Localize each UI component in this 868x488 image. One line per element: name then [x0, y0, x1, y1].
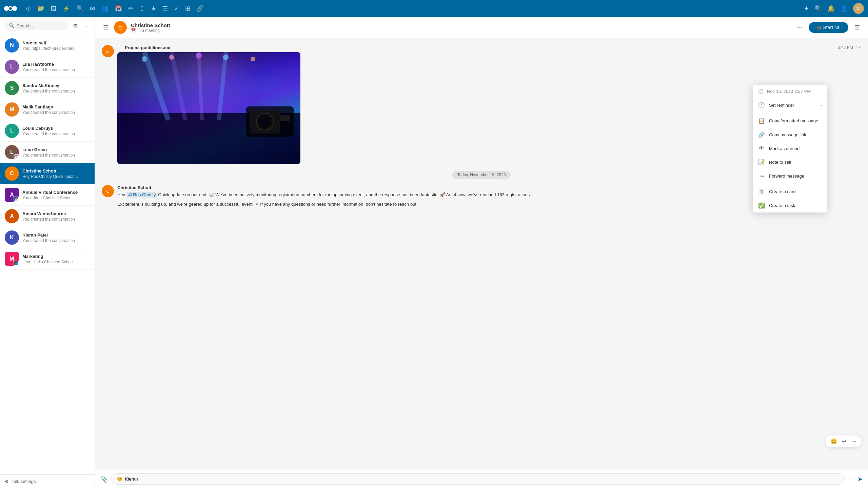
user-avatar[interactable]: C: [853, 3, 864, 14]
conversation-preview: You created the conversation: [22, 131, 90, 136]
attachment-button[interactable]: 📎: [100, 475, 108, 483]
nav-icon-search[interactable]: 🔍: [76, 5, 84, 12]
talk-settings-button[interactable]: ⚙ Talk settings: [0, 474, 95, 488]
nav-icon-mail[interactable]: ✉: [90, 5, 95, 12]
message-content: 📄 Project guidelines.md: [117, 45, 861, 164]
nav-icon-tables[interactable]: ⊞: [185, 5, 190, 12]
sidebar-header: 🔍 ⚗ ⋯: [0, 17, 95, 35]
conversation-preview: You created the conversation: [22, 89, 90, 94]
mark-unread-icon: 👁: [758, 145, 765, 151]
context-menu-create-card[interactable]: 🃏 Create a card: [753, 185, 827, 199]
conversation-item-amara-winterbourne[interactable]: A Amara Winterbourne You created the con…: [0, 206, 95, 227]
svg-line-3: [199, 52, 202, 120]
context-menu-set-reminder[interactable]: 🕐 Set reminder ›: [753, 98, 827, 112]
conversation-name: Leon Green: [22, 147, 90, 152]
conversation-item-lila-hawthorne[interactable]: L Lila Hawthorne You created the convers…: [0, 56, 95, 78]
nav-icon-activity[interactable]: ⚡: [63, 5, 70, 12]
star-icon: ★: [15, 38, 19, 43]
nav-icon-integration[interactable]: 🔗: [196, 5, 204, 12]
conversation-name: Malik Santiago: [22, 104, 90, 109]
nav-icon-files[interactable]: 📁: [37, 5, 44, 12]
conversation-name: Louis Debruys: [22, 126, 90, 131]
svg-line-4: [219, 52, 226, 120]
messages-area: C 📄 Project guidelines.md: [95, 38, 868, 470]
sidebar-toggle-button[interactable]: ☰: [853, 22, 861, 33]
conversation-name: Kieran Patel: [22, 232, 90, 238]
message-sender: Christine Schott: [117, 185, 861, 190]
avatar: M 👥: [5, 252, 19, 266]
conversation-name: Christine Schott: [22, 168, 90, 174]
avatar: A 📅: [5, 188, 19, 202]
nav-icon-news[interactable]: ☰: [162, 5, 168, 12]
nav-contacts-icon[interactable]: 👤: [840, 5, 848, 12]
conversation-name: Note to self: [22, 40, 90, 45]
context-menu-forward[interactable]: ↪ Forward message: [753, 169, 827, 183]
conversation-item-kieran-patel[interactable]: K Kieran Patel You created the conversat…: [0, 227, 95, 248]
badge-icon: 👥: [14, 261, 19, 266]
nav-icon-status[interactable]: ⊙: [26, 5, 31, 12]
conversation-item-malik-santiago[interactable]: M Malik Santiago You created the convers…: [0, 99, 95, 120]
conversation-item-note-to-self[interactable]: N ★ Note to self You: https://tech-previ…: [0, 35, 95, 56]
conversation-item-marketing[interactable]: M 👥 Marketing Leon: Hello Christine Scho…: [0, 248, 95, 270]
nav-icon-notes[interactable]: ✏: [128, 5, 133, 12]
conversation-name: Marketing: [22, 254, 90, 259]
more-options-header-button[interactable]: ⋯: [795, 22, 804, 33]
filter-button[interactable]: ⚗: [72, 21, 79, 30]
date-divider: Today, November 16, 2023: [102, 171, 861, 178]
context-menu-copy-link[interactable]: 🔗 Copy message link: [753, 128, 827, 142]
nav-icon-starred[interactable]: ★: [151, 5, 156, 12]
nav-icon-deck[interactable]: ⬡: [139, 5, 145, 12]
more-options-button[interactable]: ⋯: [82, 21, 90, 30]
emoji-reaction-button[interactable]: 😊: [828, 437, 839, 446]
emoji-input-icon[interactable]: 😊: [117, 476, 122, 482]
nav-ai-icon[interactable]: ✦: [804, 5, 809, 12]
create-card-label: Create a card: [769, 189, 796, 194]
send-button[interactable]: ➤: [857, 475, 863, 483]
nav-search-icon[interactable]: 🔍: [814, 5, 822, 12]
nav-icon-tasks[interactable]: ✓: [174, 5, 179, 12]
conversation-item-louis-debruys[interactable]: L Louis Debruys You created the conversa…: [0, 120, 95, 142]
more-input-options-button[interactable]: ⋯: [848, 475, 854, 483]
search-box[interactable]: 🔍: [5, 21, 69, 30]
conversation-item-christine-schott[interactable]: C Christine Schott Hey Ros Christy Quick…: [0, 163, 95, 184]
conversation-preview: You created the conversation: [22, 110, 90, 115]
contact-name: Christine Schott: [131, 22, 791, 28]
nav-icon-contacts[interactable]: 👥: [101, 5, 108, 12]
svg-line-1: [144, 52, 168, 120]
svg-point-13: [260, 117, 270, 127]
message-file-wrapper: C 📄 Project guidelines.md: [102, 45, 861, 164]
create-task-icon: ✅: [758, 202, 765, 209]
reply-button[interactable]: ↩: [840, 437, 848, 446]
context-menu-create-task[interactable]: ✅ Create a task: [753, 199, 827, 212]
badge-icon: 📅: [14, 197, 19, 202]
nav-icon-calendar[interactable]: 📅: [115, 5, 122, 12]
conversation-item-annual-virtual-conference[interactable]: A 📅 Annual Virtual Conference You added …: [0, 184, 95, 206]
conversation-item-leon-green[interactable]: L 📅 Leon Green You created the conversat…: [0, 142, 95, 163]
svg-point-9: [251, 57, 255, 61]
stage-svg: [117, 52, 300, 164]
conversation-name: Sandra McKinney: [22, 83, 90, 88]
video-icon: 📹: [815, 25, 821, 30]
svg-line-2: [172, 52, 185, 120]
message-input[interactable]: [125, 476, 839, 482]
start-call-button[interactable]: 📹 Start call: [809, 22, 848, 33]
svg-point-6: [169, 55, 174, 60]
app-logo[interactable]: [4, 6, 17, 11]
more-message-actions-button[interactable]: ⋯: [849, 437, 859, 446]
mention: 🏷 Ros Christy: [126, 192, 157, 198]
nav-notifications-icon[interactable]: 🔔: [827, 5, 835, 12]
context-menu-divider-1: [753, 113, 827, 113]
message-text-2: Excitement is building up, and we're gea…: [117, 201, 861, 208]
settings-icon: ⚙: [5, 479, 9, 484]
search-input[interactable]: [17, 23, 65, 28]
conversation-item-sandra-mckinney[interactable]: S Sandra McKinney You created the conver…: [0, 78, 95, 99]
back-button[interactable]: ☰: [102, 22, 110, 33]
context-menu-copy-formatted[interactable]: 📋 Copy formatted message: [753, 114, 827, 128]
conversation-preview: You added Christine Schott: [22, 196, 90, 200]
context-menu-mark-unread[interactable]: 👁 Mark as unread: [753, 142, 827, 155]
context-menu-note-to-self[interactable]: 📝 Note to self: [753, 155, 827, 169]
arrow-icon: ›: [821, 103, 822, 108]
create-task-label: Create a task: [769, 203, 795, 208]
nav-icon-photos[interactable]: 🖼: [51, 5, 57, 12]
conversation-preview: Leon: Hello Christine Schott ...: [22, 260, 90, 264]
